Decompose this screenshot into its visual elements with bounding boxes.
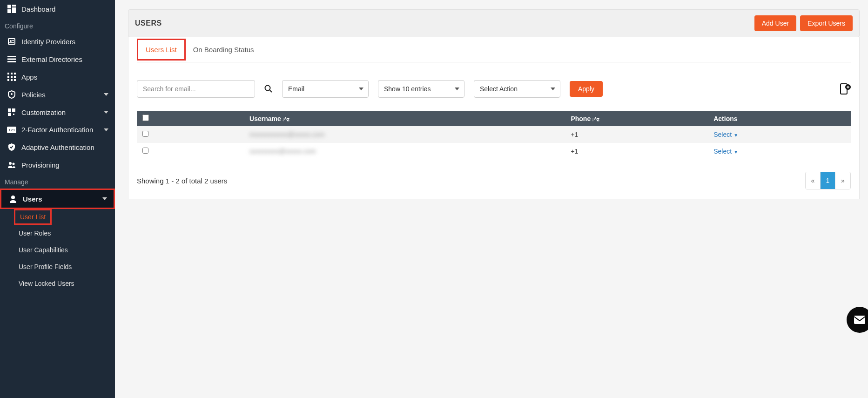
svg-rect-4	[8, 39, 15, 44]
users-icon	[7, 161, 17, 169]
table-row: sxxxxxxxx@xxxxx.com +1 Select▼	[137, 143, 851, 160]
th-phone[interactable]: Phone↓ᴬᴢ	[565, 111, 708, 126]
sidebar-item-identity-providers[interactable]: Identity Providers	[0, 33, 115, 50]
sidebar-item-2fa[interactable]: 123 2-Factor Authentication	[0, 121, 115, 138]
sidebar-label: Apps	[21, 73, 37, 81]
sidebar-item-customization[interactable]: Customization	[0, 103, 115, 121]
page-title: USERS	[135, 19, 162, 27]
page-header: USERS Add User Export Users	[128, 9, 860, 37]
svg-rect-16	[14, 76, 16, 78]
sidebar-item-external-directories[interactable]: External Directories	[0, 50, 115, 68]
sidebar-label: Policies	[21, 91, 46, 99]
page-1-button[interactable]: 1	[821, 172, 835, 189]
sidebar-section-manage: Manage	[0, 174, 115, 189]
svg-rect-21	[8, 108, 11, 112]
sidebar: Dashboard Configure Identity Providers E…	[0, 0, 115, 398]
search-input[interactable]	[137, 80, 255, 98]
shield-icon	[7, 90, 17, 99]
tab-users-list[interactable]: Users List	[137, 39, 186, 61]
sidebar-section-configure: Configure	[0, 18, 115, 33]
pagination: « 1 »	[805, 172, 851, 189]
page-next-button[interactable]: »	[835, 172, 850, 189]
svg-point-20	[11, 93, 13, 95]
customize-icon	[7, 108, 17, 116]
svg-rect-15	[11, 76, 13, 78]
search-icon	[264, 85, 273, 93]
dashboard-icon	[7, 5, 17, 13]
chevron-down-icon	[102, 197, 107, 200]
sort-icon: ↓ᴬᴢ	[592, 116, 599, 122]
row-select-action[interactable]: Select▼	[713, 131, 738, 138]
add-user-button[interactable]: Add User	[754, 15, 796, 31]
svg-rect-24	[13, 114, 14, 115]
sidebar-label: Dashboard	[21, 5, 55, 13]
user-icon	[8, 195, 18, 203]
sidebar-item-dashboard[interactable]: Dashboard	[0, 0, 115, 18]
svg-rect-1	[12, 5, 16, 7]
sidebar-sub-user-capabilities[interactable]: User Capabilities	[0, 242, 115, 258]
row-select-action[interactable]: Select▼	[713, 148, 738, 155]
content-card: Users List On Boarding Status Email Show…	[128, 37, 860, 199]
sidebar-label: Identity Providers	[21, 38, 75, 46]
username-cell: sxxxxxxxx@xxxxx.com	[249, 148, 316, 155]
sidebar-item-adaptive-auth[interactable]: Adaptive Authentication	[0, 138, 115, 156]
svg-rect-12	[11, 73, 13, 74]
entries-select[interactable]: Show 10 entries	[378, 80, 464, 98]
sidebar-item-users[interactable]: Users	[0, 189, 115, 209]
svg-rect-0	[7, 5, 11, 8]
svg-text:123: 123	[8, 128, 15, 132]
sidebar-label: 2-Factor Authentication	[21, 126, 93, 134]
row-checkbox[interactable]	[142, 148, 148, 154]
phone-cell: +1	[565, 143, 708, 160]
sidebar-label: External Directories	[21, 55, 82, 63]
svg-point-27	[9, 162, 12, 165]
page-prev-button[interactable]: «	[806, 172, 821, 189]
filters-bar: Email Show 10 entries Select Action Appl…	[137, 62, 851, 111]
svg-line-31	[269, 90, 272, 92]
tab-onboarding-status[interactable]: On Boarding Status	[186, 37, 262, 62]
export-users-button[interactable]: Export Users	[800, 15, 853, 31]
help-fab[interactable]	[847, 307, 868, 333]
sidebar-item-apps[interactable]: Apps	[0, 68, 115, 86]
svg-point-29	[11, 196, 15, 199]
id-badge-icon	[7, 37, 17, 46]
search-button[interactable]	[264, 85, 273, 93]
table-footer: Showing 1 - 2 of total 2 users « 1 »	[137, 172, 851, 189]
action-select[interactable]: Select Action	[474, 80, 560, 98]
row-checkbox[interactable]	[142, 131, 148, 137]
number-icon: 123	[7, 127, 17, 133]
envelope-icon	[854, 316, 865, 324]
sidebar-sub-user-roles[interactable]: User Roles	[0, 225, 115, 242]
th-username[interactable]: Username↓ᴬᴢ	[244, 111, 565, 126]
caret-down-icon: ▼	[733, 149, 738, 155]
svg-rect-23	[8, 113, 11, 116]
sidebar-item-policies[interactable]: Policies	[0, 86, 115, 103]
select-all-checkbox[interactable]	[142, 115, 149, 121]
svg-rect-6	[12, 40, 14, 41]
svg-rect-13	[14, 73, 16, 74]
th-actions: Actions	[708, 111, 851, 126]
svg-rect-19	[14, 79, 16, 81]
phone-cell: +1	[565, 126, 708, 143]
sidebar-sub-user-profile-fields[interactable]: User Profile Fields	[0, 258, 115, 275]
main-content: USERS Add User Export Users Users List O…	[118, 9, 868, 199]
apply-button[interactable]: Apply	[570, 81, 603, 97]
add-device-button[interactable]	[838, 82, 851, 95]
tabs: Users List On Boarding Status	[137, 37, 851, 62]
chevron-down-icon	[104, 111, 108, 114]
sidebar-label: Users	[23, 195, 42, 203]
showing-text: Showing 1 - 2 of total 2 users	[137, 177, 227, 185]
table-row: mxxxxxxxxxx@xxxxx.com +1 Select▼	[137, 126, 851, 143]
svg-rect-2	[12, 7, 16, 13]
th-checkbox	[137, 111, 244, 126]
sidebar-item-provisioning[interactable]: Provisioning	[0, 156, 115, 174]
filter-type-select[interactable]: Email	[282, 80, 369, 98]
svg-rect-22	[12, 108, 15, 112]
sidebar-sub-view-locked-users[interactable]: View Locked Users	[0, 275, 115, 292]
svg-rect-34	[854, 316, 865, 324]
sidebar-label: Customization	[21, 108, 66, 116]
username-cell: mxxxxxxxxxx@xxxxx.com	[249, 131, 324, 138]
sidebar-sub-user-list[interactable]: User List	[14, 209, 52, 225]
svg-rect-18	[11, 79, 13, 81]
svg-rect-8	[7, 56, 16, 57]
